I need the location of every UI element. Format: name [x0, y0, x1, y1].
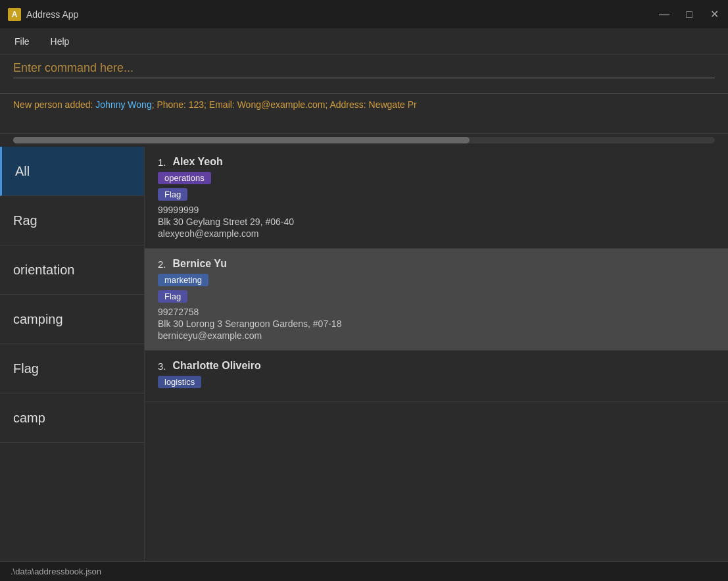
contact-name-2: Bernice Yu	[173, 258, 227, 270]
contact-number-2: 2.	[158, 259, 166, 270]
tag-marketing-2: marketing	[158, 274, 208, 286]
contact-item-1[interactable]: 1. Alex Yeoh operations Flag 99999999 Bl…	[145, 147, 728, 249]
sidebar-item-rag[interactable]: Rag	[0, 196, 144, 245]
contact-address-2: Blk 30 Lorong 3 Serangoon Gardens, #07-1…	[158, 318, 715, 329]
maximize-button[interactable]: □	[683, 9, 695, 20]
window-controls: — □ ✕	[658, 9, 720, 20]
contact-flag-1: Flag	[158, 188, 715, 205]
scrollbar-area	[0, 134, 728, 147]
menu-help[interactable]: Help	[47, 34, 74, 49]
contact-email-1: alexyeoh@example.com	[158, 228, 715, 239]
notification-suffix: ; Phone: 123; Email: Wong@example.com; A…	[152, 99, 417, 110]
scrollbar-thumb[interactable]	[13, 137, 470, 143]
contact-header-3: 3. Charlotte Oliveiro	[158, 360, 715, 372]
contact-tag-1: operations	[158, 172, 715, 188]
menu-bar: File Help	[0, 28, 728, 55]
contact-item-2[interactable]: 2. Bernice Yu marketing Flag 99272758 Bl…	[145, 249, 728, 351]
title-bar: A Address App — □ ✕	[0, 0, 728, 28]
status-bar: .\data\addressbook.json	[0, 561, 728, 581]
notification-highlight: Johnny Wong	[95, 99, 151, 110]
sidebar-item-all[interactable]: All	[0, 147, 144, 196]
contact-number-3: 3.	[158, 361, 166, 372]
contact-flag-2: Flag	[158, 290, 715, 307]
contact-list: 1. Alex Yeoh operations Flag 99999999 Bl…	[145, 147, 728, 561]
scrollbar-track	[13, 137, 715, 143]
command-area	[0, 55, 728, 94]
app-icon: A	[8, 8, 21, 21]
main-content: All Rag orientation camping Flag camp 1.…	[0, 147, 728, 561]
contact-address-1: Blk 30 Geylang Street 29, #06-40	[158, 216, 715, 227]
contact-email-2: berniceyu@example.com	[158, 330, 715, 341]
flag-button-2[interactable]: Flag	[158, 290, 187, 303]
contact-header-2: 2. Bernice Yu	[158, 258, 715, 270]
command-input[interactable]	[13, 61, 715, 78]
notification-text: New person added: Johnny Wong; Phone: 12…	[13, 99, 715, 110]
app-title: Address App	[26, 9, 78, 20]
contact-header-1: 1. Alex Yeoh	[158, 156, 715, 168]
sidebar-item-flag[interactable]: Flag	[0, 344, 144, 393]
close-button[interactable]: ✕	[708, 9, 720, 20]
flag-button-1[interactable]: Flag	[158, 188, 187, 201]
contact-item-3[interactable]: 3. Charlotte Oliveiro logistics	[145, 351, 728, 402]
contact-name-3: Charlotte Oliveiro	[173, 360, 261, 372]
tag-operations-1: operations	[158, 172, 211, 184]
contact-phone-2: 99272758	[158, 307, 715, 317]
contact-number-1: 1.	[158, 157, 166, 168]
menu-file[interactable]: File	[11, 34, 34, 49]
contact-phone-1: 99999999	[158, 205, 715, 215]
notification-prefix: New person added:	[13, 99, 95, 110]
contact-tag-2: marketing	[158, 274, 715, 290]
minimize-button[interactable]: —	[658, 9, 670, 20]
sidebar-item-camping[interactable]: camping	[0, 295, 144, 344]
contact-name-1: Alex Yeoh	[173, 156, 223, 168]
title-bar-left: A Address App	[8, 8, 78, 21]
contact-tag-3: logistics	[158, 376, 715, 392]
tag-logistics-3: logistics	[158, 376, 201, 388]
notification-bar: New person added: Johnny Wong; Phone: 12…	[0, 94, 728, 134]
sidebar: All Rag orientation camping Flag camp	[0, 147, 145, 561]
sidebar-item-orientation[interactable]: orientation	[0, 245, 144, 295]
sidebar-item-camp[interactable]: camp	[0, 393, 144, 443]
status-path: .\data\addressbook.json	[11, 567, 101, 576]
